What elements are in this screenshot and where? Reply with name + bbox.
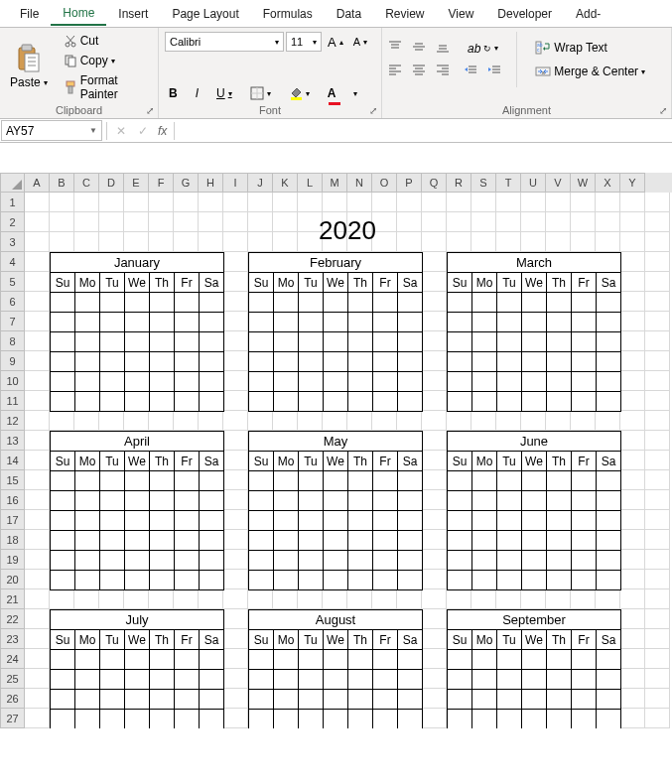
cell[interactable]: [571, 212, 596, 232]
cell[interactable]: [248, 589, 273, 609]
cell[interactable]: [124, 232, 149, 252]
cell[interactable]: [25, 451, 50, 470]
tab-data[interactable]: Data: [325, 3, 373, 25]
col-header[interactable]: M: [323, 173, 347, 193]
cell[interactable]: [645, 709, 670, 728]
cell[interactable]: [223, 391, 248, 411]
cell[interactable]: [372, 212, 397, 232]
cell[interactable]: [620, 252, 645, 272]
cell[interactable]: [620, 550, 645, 570]
cell[interactable]: [25, 232, 50, 252]
cell[interactable]: [223, 609, 248, 629]
cell[interactable]: [323, 193, 347, 212]
tab-review[interactable]: Review: [373, 3, 436, 25]
cell[interactable]: [323, 589, 347, 609]
cell[interactable]: [199, 193, 223, 212]
cell[interactable]: [620, 470, 645, 490]
cell[interactable]: [25, 312, 50, 331]
row-header[interactable]: 23: [0, 629, 25, 649]
cell[interactable]: [223, 312, 248, 331]
cell[interactable]: [273, 411, 298, 431]
cell[interactable]: [645, 252, 670, 272]
cell[interactable]: [199, 589, 223, 609]
cell[interactable]: [620, 570, 645, 589]
cell[interactable]: [199, 411, 223, 431]
cell[interactable]: [50, 411, 74, 431]
cell[interactable]: [620, 629, 645, 649]
col-header[interactable]: V: [546, 173, 571, 193]
row-header[interactable]: 6: [0, 292, 25, 312]
cell[interactable]: [74, 212, 99, 232]
cell[interactable]: [223, 252, 248, 272]
cell[interactable]: [223, 490, 248, 510]
cell[interactable]: [298, 232, 323, 252]
cell[interactable]: [273, 589, 298, 609]
cell[interactable]: [74, 193, 99, 212]
cell[interactable]: [25, 371, 50, 391]
increase-font-button[interactable]: A▴: [324, 33, 347, 52]
cell[interactable]: [25, 411, 50, 431]
row-header[interactable]: 14: [0, 451, 25, 470]
cell[interactable]: [149, 411, 174, 431]
cell[interactable]: [596, 232, 620, 252]
cell[interactable]: [422, 689, 447, 709]
cell[interactable]: [422, 431, 447, 451]
cell[interactable]: [620, 193, 645, 212]
cell[interactable]: [645, 212, 670, 232]
row-header[interactable]: 8: [0, 331, 25, 351]
col-header[interactable]: A: [25, 173, 50, 193]
cell[interactable]: [248, 193, 273, 212]
cell[interactable]: [422, 510, 447, 530]
cell[interactable]: [620, 609, 645, 629]
cell[interactable]: [496, 212, 521, 232]
cell[interactable]: [223, 292, 248, 312]
cell[interactable]: [645, 609, 670, 629]
merge-center-button[interactable]: a Merge & Center ▾: [531, 63, 649, 80]
row-header[interactable]: 22: [0, 609, 25, 629]
cell[interactable]: [471, 411, 496, 431]
cell[interactable]: [571, 232, 596, 252]
row-header[interactable]: 20: [0, 570, 25, 589]
increase-indent-button[interactable]: [487, 64, 501, 80]
col-header[interactable]: D: [99, 173, 124, 193]
cell[interactable]: [645, 411, 670, 431]
cell[interactable]: [199, 232, 223, 252]
cell[interactable]: [323, 411, 347, 431]
tab-formulas[interactable]: Formulas: [251, 3, 325, 25]
cell[interactable]: [422, 193, 447, 212]
cell[interactable]: [397, 193, 422, 212]
cell[interactable]: [323, 232, 347, 252]
cell[interactable]: [25, 570, 50, 589]
cell[interactable]: [620, 709, 645, 728]
row-header[interactable]: 19: [0, 550, 25, 570]
cell[interactable]: [620, 451, 645, 470]
cell[interactable]: [25, 649, 50, 669]
cell[interactable]: [25, 292, 50, 312]
cell[interactable]: [347, 411, 372, 431]
clipboard-expand-icon[interactable]: ⤢: [146, 105, 154, 116]
cell[interactable]: [298, 193, 323, 212]
cell[interactable]: [645, 371, 670, 391]
cell[interactable]: [422, 669, 447, 689]
cell[interactable]: [223, 629, 248, 649]
cell[interactable]: [546, 212, 571, 232]
cell[interactable]: [25, 272, 50, 292]
paste-button[interactable]: Paste ▾: [6, 73, 52, 91]
cell[interactable]: [199, 212, 223, 232]
cell[interactable]: [571, 193, 596, 212]
cell[interactable]: [99, 212, 124, 232]
row-header[interactable]: 17: [0, 510, 25, 530]
cell[interactable]: [422, 371, 447, 391]
cell[interactable]: [447, 232, 471, 252]
cell[interactable]: [422, 609, 447, 629]
row-header[interactable]: 16: [0, 490, 25, 510]
cell[interactable]: [422, 470, 447, 490]
orientation-button[interactable]: ab↻ ▾: [464, 40, 502, 58]
cell[interactable]: [25, 550, 50, 570]
cell[interactable]: [620, 689, 645, 709]
row-header[interactable]: 5: [0, 272, 25, 292]
cell[interactable]: [174, 212, 199, 232]
cell[interactable]: [298, 589, 323, 609]
cell[interactable]: [25, 391, 50, 411]
cell[interactable]: [174, 232, 199, 252]
